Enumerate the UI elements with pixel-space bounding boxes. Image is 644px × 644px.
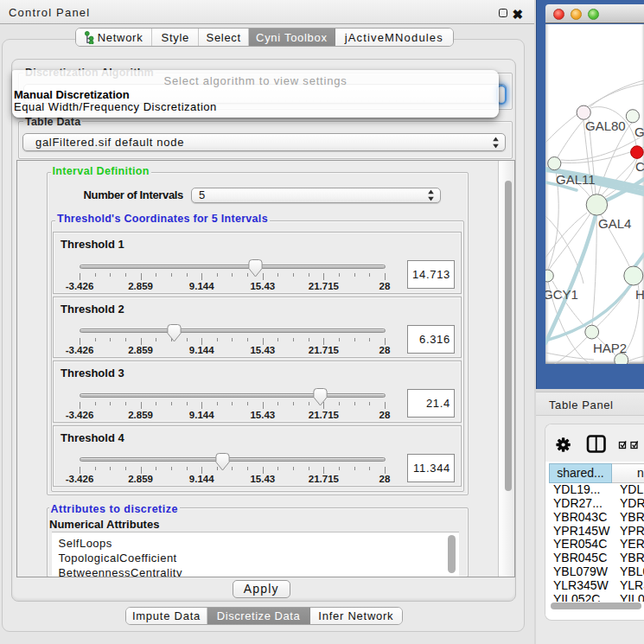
svg-text:GAL4: GAL4 [598,216,631,231]
svg-text:GA: GA [634,124,644,139]
svg-text:GCY1: GCY1 [545,287,578,302]
svg-text:HAP2: HAP2 [593,341,627,355]
svg-text:GAL80: GAL80 [585,118,626,133]
svg-text:GAL11: GAL11 [556,172,596,187]
svg-text:H: H [635,287,644,302]
svg-text:C: C [635,159,644,174]
